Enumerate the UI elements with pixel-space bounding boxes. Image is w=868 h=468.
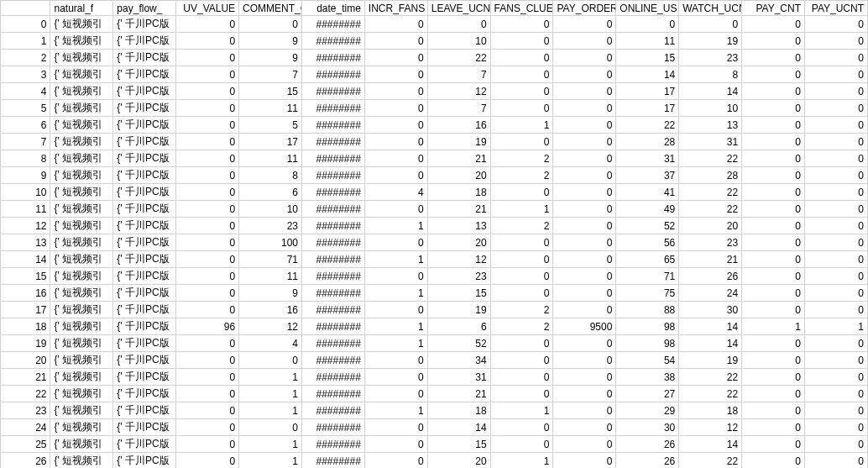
cell-pay_order[interactable]: 9500: [553, 318, 616, 335]
cell-date_time[interactable]: ########: [301, 419, 364, 436]
cell-rownum[interactable]: 25: [1, 436, 50, 453]
cell-uv_value[interactable]: 0: [176, 167, 239, 184]
cell-incr_fans[interactable]: 0: [364, 150, 427, 167]
cell-pay_flow[interactable]: {' 千川PC版: [113, 66, 176, 83]
cell-pay_order[interactable]: 0: [553, 150, 616, 167]
cell-fans_clue[interactable]: 2: [490, 318, 553, 335]
cell-natural_f[interactable]: {' 短视频引: [50, 16, 113, 33]
cell-leave_ucn[interactable]: 18: [427, 184, 490, 201]
cell-pay_order[interactable]: 0: [553, 352, 616, 369]
cell-date_time[interactable]: ########: [301, 117, 364, 134]
cell-rownum[interactable]: 18: [1, 318, 50, 335]
cell-fans_clue[interactable]: 2: [490, 167, 553, 184]
table-row[interactable]: 3{' 短视频引{' 千川PC版07########070014800: [1, 66, 868, 83]
cell-pay_ucnt[interactable]: 0: [804, 302, 867, 318]
cell-date_time[interactable]: ########: [301, 218, 364, 234]
column-header-incr_fans[interactable]: INCR_FANS: [364, 1, 427, 16]
cell-uv_value[interactable]: 0: [176, 369, 239, 386]
column-header-pay_cnt[interactable]: PAY_CNT: [742, 1, 805, 16]
cell-natural_f[interactable]: {' 短视频引: [50, 33, 113, 50]
cell-uv_value[interactable]: 0: [176, 302, 239, 318]
cell-leave_ucn[interactable]: 20: [427, 234, 490, 251]
cell-rownum[interactable]: 4: [1, 83, 50, 100]
cell-online_us[interactable]: 71: [616, 268, 679, 285]
cell-rownum[interactable]: 2: [1, 50, 50, 66]
cell-rownum[interactable]: 17: [1, 302, 50, 318]
cell-leave_ucn[interactable]: 34: [427, 352, 490, 369]
cell-natural_f[interactable]: {' 短视频引: [50, 302, 113, 318]
cell-pay_flow[interactable]: {' 千川PC版: [113, 218, 176, 234]
cell-rownum[interactable]: 5: [1, 100, 50, 117]
cell-pay_flow[interactable]: {' 千川PC版: [113, 234, 176, 251]
cell-pay_ucnt[interactable]: 0: [804, 33, 867, 50]
cell-uv_value[interactable]: 0: [176, 335, 239, 352]
cell-pay_flow[interactable]: {' 千川PC版: [113, 268, 176, 285]
cell-leave_ucn[interactable]: 31: [427, 369, 490, 386]
cell-rownum[interactable]: 14: [1, 251, 50, 268]
cell-pay_order[interactable]: 0: [553, 234, 616, 251]
cell-date_time[interactable]: ########: [301, 318, 364, 335]
cell-uv_value[interactable]: 0: [176, 419, 239, 436]
cell-rownum[interactable]: 24: [1, 419, 50, 436]
cell-watch_ucn[interactable]: 22: [679, 369, 742, 386]
cell-incr_fans[interactable]: 1: [364, 318, 427, 335]
cell-incr_fans[interactable]: 0: [364, 201, 427, 218]
table-row[interactable]: 25{' 短视频引{' 千川PC版01########01500261400: [1, 436, 868, 453]
cell-fans_clue[interactable]: 0: [490, 352, 553, 369]
cell-leave_ucn[interactable]: 22: [427, 50, 490, 66]
cell-natural_f[interactable]: {' 短视频引: [50, 369, 113, 386]
cell-pay_order[interactable]: 0: [553, 335, 616, 352]
cell-pay_order[interactable]: 0: [553, 419, 616, 436]
table-row[interactable]: 4{' 短视频引{' 千川PC版015########01200171400: [1, 83, 868, 100]
cell-comment_c[interactable]: 71: [239, 251, 302, 268]
cell-date_time[interactable]: ########: [301, 167, 364, 184]
cell-leave_ucn[interactable]: 0: [427, 16, 490, 33]
cell-date_time[interactable]: ########: [301, 33, 364, 50]
cell-pay_flow[interactable]: {' 千川PC版: [113, 134, 176, 150]
cell-uv_value[interactable]: 0: [176, 234, 239, 251]
cell-uv_value[interactable]: 0: [176, 16, 239, 33]
cell-pay_flow[interactable]: {' 千川PC版: [113, 302, 176, 318]
cell-watch_ucn[interactable]: 20: [679, 218, 742, 234]
cell-comment_c[interactable]: 9: [239, 50, 302, 66]
cell-rownum[interactable]: 13: [1, 234, 50, 251]
cell-watch_ucn[interactable]: 8: [679, 66, 742, 83]
cell-natural_f[interactable]: {' 短视频引: [50, 419, 113, 436]
cell-uv_value[interactable]: 0: [176, 453, 239, 469]
cell-pay_flow[interactable]: {' 千川PC版: [113, 167, 176, 184]
cell-pay_ucnt[interactable]: 0: [804, 436, 867, 453]
cell-fans_clue[interactable]: 0: [490, 335, 553, 352]
table-row[interactable]: 19{' 短视频引{' 千川PC版04########15200981400: [1, 335, 868, 352]
cell-date_time[interactable]: ########: [301, 251, 364, 268]
cell-pay_order[interactable]: 0: [553, 201, 616, 218]
cell-natural_f[interactable]: {' 短视频引: [50, 234, 113, 251]
cell-rownum[interactable]: 19: [1, 335, 50, 352]
cell-pay_flow[interactable]: {' 千川PC版: [113, 100, 176, 117]
table-row[interactable]: 23{' 短视频引{' 千川PC版01########11810291800: [1, 402, 868, 419]
cell-incr_fans[interactable]: 0: [364, 352, 427, 369]
cell-fans_clue[interactable]: 0: [490, 369, 553, 386]
column-header-uv_value[interactable]: UV_VALUE: [176, 1, 239, 16]
cell-incr_fans[interactable]: 0: [364, 453, 427, 469]
cell-rownum[interactable]: 3: [1, 66, 50, 83]
cell-online_us[interactable]: 26: [616, 436, 679, 453]
cell-fans_clue[interactable]: 2: [490, 218, 553, 234]
cell-rownum[interactable]: 21: [1, 369, 50, 386]
cell-comment_c[interactable]: 7: [239, 66, 302, 83]
cell-pay_order[interactable]: 0: [553, 16, 616, 33]
table-row[interactable]: 1{' 短视频引{' 千川PC版09########01000111900: [1, 33, 868, 50]
cell-uv_value[interactable]: 0: [176, 201, 239, 218]
cell-uv_value[interactable]: 0: [176, 402, 239, 419]
cell-online_us[interactable]: 14: [616, 66, 679, 83]
table-row[interactable]: 22{' 短视频引{' 千川PC版01########02100272200: [1, 386, 868, 402]
cell-fans_clue[interactable]: 0: [490, 386, 553, 402]
cell-pay_order[interactable]: 0: [553, 302, 616, 318]
cell-natural_f[interactable]: {' 短视频引: [50, 83, 113, 100]
cell-online_us[interactable]: 29: [616, 402, 679, 419]
cell-comment_c[interactable]: 1: [239, 386, 302, 402]
cell-watch_ucn[interactable]: 19: [679, 352, 742, 369]
cell-rownum[interactable]: 11: [1, 201, 50, 218]
cell-online_us[interactable]: 17: [616, 100, 679, 117]
cell-pay_cnt[interactable]: 0: [742, 16, 805, 33]
cell-natural_f[interactable]: {' 短视频引: [50, 134, 113, 150]
